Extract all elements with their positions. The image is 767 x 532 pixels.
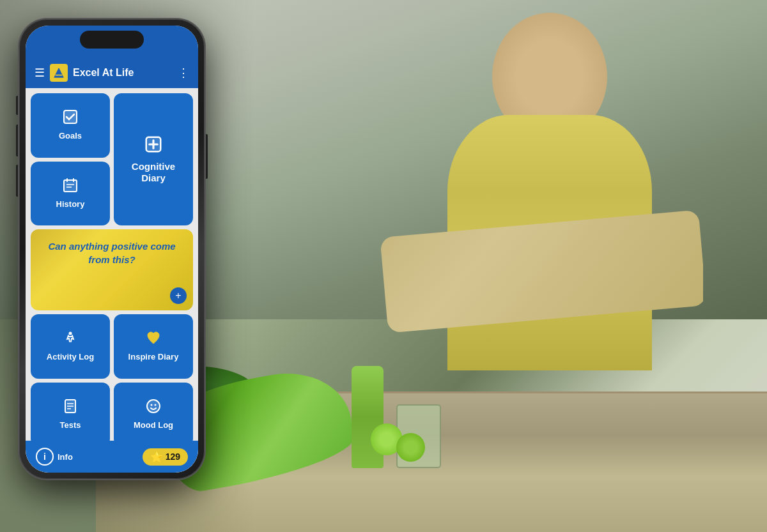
svg-point-18 (151, 404, 153, 406)
menu-item-activity-log[interactable]: Activity Log (31, 314, 110, 379)
app-header: ☰ Excel At Life ⋮ (26, 57, 198, 88)
activity-log-label: Activity Log (47, 352, 94, 362)
inspiration-card: Can anything positive come from this? + (31, 229, 193, 310)
tests-label: Tests (60, 420, 81, 430)
phone-screen: ☰ Excel At Life ⋮ (26, 26, 198, 473)
app-content-grid: Goals Cognitive Diary (26, 88, 198, 473)
menu-item-tests[interactable]: Tests (31, 383, 110, 447)
svg-point-11 (69, 332, 72, 335)
svg-rect-6 (64, 180, 77, 192)
inspire-diary-label: Inspire Diary (128, 352, 179, 362)
svg-point-19 (155, 404, 157, 406)
menu-item-goals[interactable]: Goals (31, 93, 110, 158)
activity-log-icon (63, 330, 78, 349)
menu-item-inspire-diary[interactable]: Inspire Diary (114, 314, 193, 379)
goals-label: Goals (59, 131, 82, 141)
app-logo (50, 64, 68, 82)
menu-item-history[interactable]: History (31, 162, 110, 226)
more-options-icon[interactable]: ⋮ (178, 66, 189, 80)
menu-item-mood-log[interactable]: Mood Log (114, 383, 193, 447)
inspiration-text: Can anything positive come from this? (41, 239, 183, 266)
cognitive-diary-icon (144, 135, 163, 158)
phone-device: ☰ Excel At Life ⋮ (19, 19, 205, 479)
svg-marker-0 (54, 68, 63, 77)
phone-notch (80, 31, 144, 49)
points-value: 129 (166, 452, 180, 462)
lime2 (396, 433, 425, 462)
person-arm (380, 209, 703, 333)
bottom-bar-left: i Info (36, 448, 73, 466)
cognitive-diary-label: Cognitive Diary (119, 161, 188, 184)
svg-point-17 (147, 400, 160, 413)
goals-icon (63, 109, 78, 128)
mood-log-label: Mood Log (134, 420, 173, 430)
tests-icon (63, 399, 78, 418)
mood-log-icon (146, 399, 161, 418)
points-star-icon: ⭐ (150, 451, 163, 463)
menu-item-cognitive-diary[interactable]: Cognitive Diary (114, 93, 193, 225)
info-icon: i (36, 448, 54, 466)
app-title: Excel At Life (73, 67, 173, 79)
history-icon (63, 178, 78, 197)
points-badge: ⭐ 129 (143, 448, 188, 466)
info-label[interactable]: Info (58, 452, 73, 462)
phone-power-button (205, 134, 208, 179)
menu-icon[interactable]: ☰ (35, 66, 45, 80)
inspiration-add-button[interactable]: + (170, 287, 187, 304)
inspire-diary-icon (146, 330, 161, 349)
bottom-bar: i Info ⭐ 129 (26, 441, 198, 473)
history-label: History (56, 199, 85, 209)
